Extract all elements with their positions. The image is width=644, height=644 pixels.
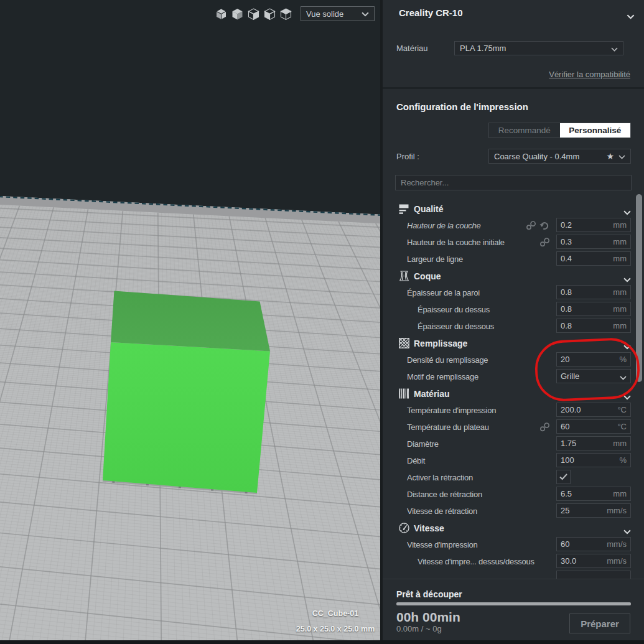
action-panel: Prêt à découper 00h 00min 0.00m / ~ 0g P… [383, 579, 644, 640]
setting-unit: mm [613, 237, 627, 246]
setting-value-field[interactable]: 60mm/s [556, 537, 631, 551]
setting-value-field[interactable]: 100% [556, 453, 631, 467]
setting-category-label: Remplissage [414, 338, 467, 348]
setting-category[interactable]: Vitesse [383, 520, 644, 536]
setting-label: Activer la rétraction [407, 473, 473, 482]
link-icon [539, 422, 550, 432]
setting-value-field[interactable]: 0.3mm [556, 235, 631, 249]
view-mode-dropdown[interactable]: Vue solide [301, 6, 375, 21]
shell-icon [399, 271, 409, 281]
compatibility-link[interactable]: Vérifier la compatibilité [549, 70, 630, 79]
setting-label: Débit [407, 456, 425, 465]
chevron-down-icon [623, 274, 631, 285]
prepare-button[interactable]: Préparer [569, 614, 630, 633]
setting-value-field[interactable] [556, 571, 631, 579]
setting-label: Température d'impression [407, 406, 496, 415]
material-estimate: 0.00m / ~ 0g [396, 624, 442, 633]
setting-row: Distance de rétraction6.5mm [383, 486, 644, 503]
setting-category[interactable]: Qualité [383, 200, 644, 217]
machine-name: Creality CR-10 [399, 7, 463, 18]
setting-select[interactable]: Grille [556, 369, 631, 383]
setting-row: Épaisseur de la paroi0.8mm [383, 284, 644, 301]
setting-label: Largeur de ligne [407, 254, 463, 264]
setting-value-field[interactable]: 1.75mm [556, 436, 631, 450]
setting-unit: mm [613, 321, 627, 330]
slice-status: Prêt à découper [396, 589, 462, 599]
setting-category[interactable]: Remplissage [383, 335, 644, 352]
setting-search [395, 175, 632, 190]
revert-icon[interactable] [539, 221, 550, 230]
setting-row: Vitesse d'impre... dessus/dessous30.0mm/… [383, 553, 644, 570]
setting-unit: mm/s [607, 506, 627, 515]
model-cube[interactable] [103, 291, 270, 494]
left-view-icon[interactable] [264, 8, 276, 20]
setting-row: Motif de remplissageGrille [383, 368, 644, 385]
setting-label: Hauteur de la couche initiale [407, 238, 505, 247]
chevron-down-icon [623, 207, 631, 218]
setting-value-field[interactable]: 0.4mm [556, 251, 631, 266]
setting-unit: % [619, 455, 627, 465]
setting-row: Température du plateau60°C [383, 419, 644, 436]
model-name-label: CC_Cube-01 [312, 609, 358, 618]
link-icon [526, 221, 536, 230]
tab-recommended[interactable]: Recommandé [489, 123, 560, 138]
chevron-down-icon [623, 341, 631, 352]
star-icon[interactable]: ★ [606, 152, 614, 161]
setting-checkbox[interactable] [556, 470, 571, 484]
profile-dropdown[interactable]: Coarse Quality - 0.4mm ★ [488, 149, 631, 164]
setting-label: Épaisseur du dessus [418, 305, 490, 314]
setting-row: Diamètre1.75mm [383, 436, 644, 452]
setting-value-field[interactable]: 200.0°C [556, 403, 631, 417]
setting-value-field[interactable]: 25mm/s [556, 503, 631, 518]
setting-value-field[interactable]: 0.2mm [556, 218, 631, 232]
search-input[interactable] [396, 178, 631, 187]
setting-unit: °C [617, 405, 627, 414]
setting-category[interactable]: Matériau [383, 385, 644, 402]
setting-value-field[interactable]: 20% [556, 352, 631, 366]
setting-value-field[interactable]: 6.5mm [556, 487, 631, 501]
header-separator [383, 87, 644, 89]
time-estimate: 00h 00min [396, 610, 460, 625]
setting-unit: % [619, 355, 627, 364]
right-view-icon[interactable] [280, 8, 292, 20]
right-panel: Creality CR-10 Matériau PLA 1.75mm Vérif… [383, 0, 644, 644]
setting-unit: mm [613, 254, 627, 263]
setting-row: Température d'impression200.0°C [383, 402, 644, 419]
setting-label: Épaisseur de la paroi [407, 288, 480, 297]
chevron-down-icon [618, 151, 625, 162]
setting-label: Densité du remplissage [407, 355, 488, 365]
3d-view-icon[interactable] [215, 8, 227, 20]
setting-value-field[interactable]: 0.8mm [556, 302, 631, 316]
settings-scrollbar-thumb[interactable] [636, 194, 642, 382]
setting-value-field[interactable]: 0.8mm [556, 319, 631, 333]
setting-label: Vitesse d'impression [407, 540, 478, 549]
setting-value-field[interactable]: 60°C [556, 419, 631, 434]
setting-unit: mm/s [607, 556, 627, 566]
setting-label: Épaisseur du dessous [418, 322, 494, 331]
print-setup-title: Configuration de l'impression [396, 101, 528, 112]
setting-unit: mm [613, 489, 627, 498]
setting-row: Densité du remplissage20% [383, 352, 644, 368]
setting-unit: mm/s [607, 539, 627, 549]
setting-unit: °C [617, 422, 627, 431]
setting-label: Vitesse de rétraction [407, 506, 477, 516]
top-view-icon[interactable] [248, 8, 259, 20]
cube-front-face[interactable] [103, 342, 270, 493]
setting-row: Activer la rétraction [383, 469, 644, 486]
setting-unit: mm [613, 439, 627, 448]
slice-progress-bar [396, 602, 631, 605]
setting-value-field[interactable]: 0.8mm [556, 285, 631, 299]
setting-category-label: Vitesse [414, 523, 444, 533]
machine-header[interactable]: Creality CR-10 Matériau PLA 1.75mm Vérif… [383, 0, 644, 88]
3d-viewport[interactable]: Vue solide CC_Cube-01 25.0 x 25.0 x 25.0… [0, 0, 381, 644]
setup-mode-tabs: Recommandé Personnalisé [488, 123, 631, 138]
material-dropdown[interactable]: PLA 1.75mm [454, 41, 623, 55]
setting-value-field[interactable]: 30.0mm/s [556, 554, 631, 568]
model-dimensions-label: 25.0 x 25.0 x 25.0 mm [296, 625, 375, 633]
front-view-icon[interactable] [231, 8, 243, 20]
setting-unit: mm [613, 287, 627, 297]
tab-custom[interactable]: Personnalisé [560, 123, 631, 138]
setting-category[interactable]: Coque [383, 268, 644, 284]
infill-icon [399, 338, 409, 348]
link-icon [539, 238, 550, 247]
